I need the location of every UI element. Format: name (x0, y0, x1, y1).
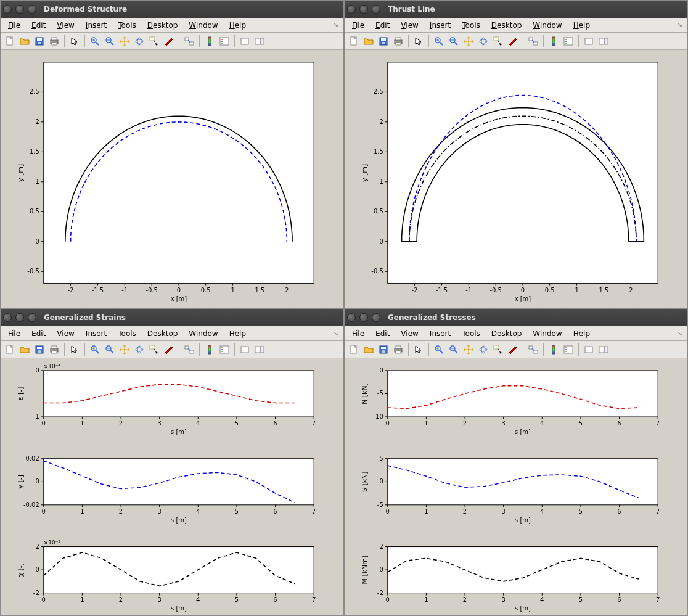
plot-strains[interactable]: 01234567-10s [m]ε [-]×10⁻⁴01234567-0.020… (1, 358, 343, 615)
zoom-in-icon[interactable] (88, 35, 102, 48)
new-icon[interactable] (3, 343, 17, 356)
zoom-out-icon[interactable] (447, 343, 461, 356)
pan-icon[interactable] (462, 343, 475, 356)
menu-desktop[interactable]: Desktop (486, 328, 527, 339)
menu-help[interactable]: Help (568, 20, 595, 31)
plot-stresses[interactable]: 01234567-10-50s [m]N [kN]01234567-505s [… (345, 358, 687, 615)
print-icon[interactable] (47, 35, 61, 48)
zoom-in-icon[interactable] (432, 343, 446, 356)
zoom-out-icon[interactable] (103, 35, 117, 48)
rotate3d-icon[interactable] (133, 35, 146, 48)
menu-file[interactable]: File (347, 328, 369, 339)
save-icon[interactable] (33, 343, 46, 356)
zoom-in-icon[interactable] (88, 343, 102, 356)
close-icon[interactable] (347, 313, 356, 322)
minimize-icon[interactable] (15, 313, 24, 322)
datacursor-icon[interactable] (147, 35, 161, 48)
titlebar[interactable]: Thrust Line (345, 1, 687, 18)
datacursor-icon[interactable] (491, 35, 505, 48)
colorbar-icon[interactable] (203, 343, 216, 356)
plot-deformed[interactable]: -2-1.5-1-0.500.511.52-0.500.511.522.5x [… (1, 50, 343, 308)
colorbar-icon[interactable] (203, 35, 216, 48)
save-icon[interactable] (377, 343, 390, 356)
menu-tools[interactable]: Tools (113, 328, 141, 339)
link-icon[interactable] (182, 35, 196, 48)
dock-icon[interactable]: ↘ (675, 329, 685, 338)
pointer-icon[interactable] (68, 343, 81, 356)
hideplottools-icon[interactable] (582, 343, 596, 356)
colorbar-icon[interactable] (547, 343, 560, 356)
link-icon[interactable] (526, 35, 540, 48)
menu-window[interactable]: Window (184, 20, 223, 31)
menu-window[interactable]: Window (528, 328, 567, 339)
menu-file[interactable]: File (3, 328, 25, 339)
minimize-icon[interactable] (15, 5, 24, 14)
colorbar-icon[interactable] (547, 35, 560, 48)
maximize-icon[interactable] (372, 313, 380, 322)
menu-view[interactable]: View (52, 20, 79, 31)
datacursor-icon[interactable] (491, 343, 505, 356)
menu-desktop[interactable]: Desktop (142, 328, 183, 339)
menu-help[interactable]: Help (568, 328, 595, 339)
pointer-icon[interactable] (412, 35, 425, 48)
maximize-icon[interactable] (28, 5, 36, 14)
rotate3d-icon[interactable] (477, 35, 490, 48)
new-icon[interactable] (3, 35, 17, 48)
minimize-icon[interactable] (359, 5, 368, 14)
menu-edit[interactable]: Edit (27, 328, 51, 339)
open-icon[interactable] (362, 343, 375, 356)
menu-insert[interactable]: Insert (425, 20, 456, 31)
menu-tools[interactable]: Tools (113, 20, 141, 31)
menu-file[interactable]: File (347, 20, 369, 31)
pointer-icon[interactable] (412, 343, 425, 356)
legend-icon[interactable] (562, 343, 575, 356)
open-icon[interactable] (362, 35, 375, 48)
showplottools-icon[interactable] (597, 35, 610, 48)
pan-icon[interactable] (462, 35, 475, 48)
menu-insert[interactable]: Insert (81, 328, 112, 339)
dock-icon[interactable]: ↘ (675, 20, 685, 30)
close-icon[interactable] (3, 5, 12, 14)
close-icon[interactable] (3, 313, 12, 322)
close-icon[interactable] (347, 5, 356, 14)
print-icon[interactable] (391, 343, 405, 356)
menu-insert[interactable]: Insert (81, 20, 112, 31)
titlebar[interactable]: Generalized Strains (1, 309, 343, 326)
minimize-icon[interactable] (359, 313, 368, 322)
link-icon[interactable] (182, 343, 196, 356)
menu-edit[interactable]: Edit (371, 328, 395, 339)
hideplottools-icon[interactable] (582, 35, 596, 48)
rotate3d-icon[interactable] (477, 343, 490, 356)
showplottools-icon[interactable] (253, 343, 266, 356)
legend-icon[interactable] (218, 343, 231, 356)
new-icon[interactable] (347, 343, 361, 356)
menu-tools[interactable]: Tools (457, 328, 485, 339)
pan-icon[interactable] (118, 35, 131, 48)
menu-edit[interactable]: Edit (27, 20, 51, 31)
hideplottools-icon[interactable] (238, 343, 252, 356)
showplottools-icon[interactable] (253, 35, 266, 48)
menu-desktop[interactable]: Desktop (142, 20, 183, 31)
rotate3d-icon[interactable] (133, 343, 146, 356)
maximize-icon[interactable] (28, 313, 36, 322)
menu-view[interactable]: View (396, 328, 423, 339)
brush-icon[interactable] (162, 343, 176, 356)
titlebar[interactable]: Generalized Stresses (345, 309, 687, 326)
plot-thrust[interactable]: -2-1.5-1-0.500.511.52-0.500.511.522.5x [… (345, 50, 687, 308)
save-icon[interactable] (33, 35, 46, 48)
maximize-icon[interactable] (372, 5, 380, 14)
menu-edit[interactable]: Edit (371, 20, 395, 31)
menu-file[interactable]: File (3, 20, 25, 31)
zoom-in-icon[interactable] (432, 35, 446, 48)
menu-view[interactable]: View (396, 20, 423, 31)
menu-window[interactable]: Window (528, 20, 567, 31)
legend-icon[interactable] (218, 35, 231, 48)
print-icon[interactable] (47, 343, 61, 356)
pan-icon[interactable] (118, 343, 131, 356)
menu-window[interactable]: Window (184, 328, 223, 339)
pointer-icon[interactable] (68, 35, 81, 48)
menu-help[interactable]: Help (224, 20, 251, 31)
dock-icon[interactable]: ↘ (331, 20, 341, 30)
new-icon[interactable] (347, 35, 361, 48)
hideplottools-icon[interactable] (238, 35, 252, 48)
